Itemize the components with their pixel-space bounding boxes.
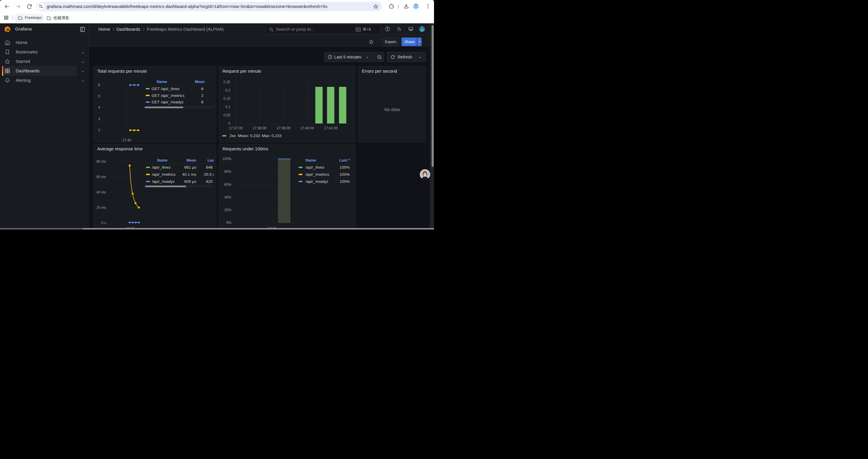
svg-text:Max: 0.233: Max: 0.233 (262, 133, 282, 138)
svg-text:80 ms: 80 ms (96, 159, 106, 163)
svg-text:60%: 60% (224, 182, 231, 186)
svg-text:80%: 80% (224, 169, 231, 174)
svg-text:100%: 100% (339, 179, 350, 184)
svg-text:40 ms: 40 ms (96, 190, 106, 194)
svg-text:/api/_/readyz: /api/_/readyz (306, 179, 329, 184)
svg-text:GET /api/_/livez: GET /api/_/livez (152, 87, 180, 91)
svg-text:4: 4 (98, 105, 100, 109)
svg-text:17:41:00: 17:41:00 (324, 126, 338, 130)
svg-text:5: 5 (98, 94, 100, 98)
svg-text:20.5 ms: 20.5 ms (204, 172, 216, 176)
svg-text:2xx: 2xx (229, 133, 236, 138)
svg-text:6: 6 (201, 100, 204, 104)
svg-text:GET /api/_/readyz: GET /api/_/readyz (152, 100, 184, 104)
svg-text:661 µs: 661 µs (184, 165, 196, 169)
svg-text:Mean: Mean (186, 158, 196, 162)
svg-text:6: 6 (98, 83, 100, 87)
svg-text:0%: 0% (226, 221, 231, 225)
svg-text:Last *: Last * (339, 158, 350, 162)
svg-text:Mean: Mean (195, 79, 205, 84)
svg-text:17:40:00: 17:40:00 (300, 126, 314, 130)
svg-text:100%: 100% (339, 165, 350, 169)
svg-text:/api/_/metrics: /api/_/metrics (306, 172, 330, 176)
svg-text:/api/_/metrics: /api/_/metrics (152, 172, 176, 176)
svg-text:3: 3 (98, 117, 100, 121)
svg-text:0: 0 (228, 121, 230, 126)
svg-text:17:39:00: 17:39:00 (277, 126, 290, 130)
svg-text:GET /api/_/metrics: GET /api/_/metrics (152, 93, 185, 98)
svg-text:6: 6 (201, 87, 204, 91)
svg-text:620 µs: 620 µs (206, 179, 216, 184)
svg-text:40.1 ms: 40.1 ms (182, 172, 196, 176)
svg-text:/api/_/livez: /api/_/livez (152, 165, 171, 169)
svg-text:20%: 20% (224, 208, 231, 212)
svg-text:20 ms: 20 ms (96, 205, 106, 210)
svg-text:0.05: 0.05 (223, 113, 230, 117)
svg-text:646 µs: 646 µs (206, 165, 216, 169)
svg-text:0.15: 0.15 (223, 97, 230, 101)
svg-text:Last *: Last * (208, 158, 216, 162)
svg-text:Name: Name (157, 79, 167, 84)
svg-text:0.1: 0.1 (225, 105, 230, 109)
svg-text:Name: Name (157, 158, 167, 162)
svg-text:/api/_/livez: /api/_/livez (306, 165, 324, 169)
svg-text:Mean: 0.233: Mean: 0.233 (238, 133, 260, 138)
svg-text:17:38:00: 17:38:00 (253, 126, 267, 130)
svg-text:100%: 100% (339, 172, 350, 176)
svg-text:17:37:00: 17:37:00 (229, 126, 243, 130)
svg-text:17:40: 17:40 (122, 138, 131, 142)
svg-text:/api/_/readyz: /api/_/readyz (152, 179, 175, 184)
svg-text:605 µs: 605 µs (184, 179, 196, 184)
svg-text:0.25: 0.25 (223, 80, 230, 84)
svg-text:40%: 40% (224, 195, 231, 199)
svg-text:60 ms: 60 ms (96, 174, 106, 179)
svg-text:0.2: 0.2 (225, 88, 230, 93)
svg-text:Name: Name (306, 158, 316, 162)
svg-text:2: 2 (201, 93, 204, 98)
svg-text:2: 2 (98, 128, 100, 132)
svg-text:100%: 100% (222, 157, 231, 161)
svg-text:0 s: 0 s (101, 221, 106, 225)
